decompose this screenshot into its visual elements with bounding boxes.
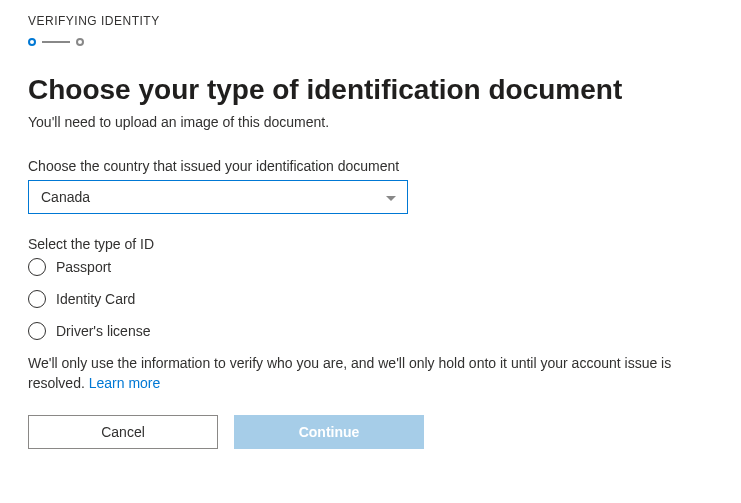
disclaimer-text: We'll only use the information to verify… [28, 354, 713, 393]
cancel-button[interactable]: Cancel [28, 415, 218, 449]
radio-icon [28, 258, 46, 276]
page-subtitle: You'll need to upload an image of this d… [28, 114, 713, 130]
radio-label: Identity Card [56, 291, 135, 307]
button-row: Cancel Continue [28, 415, 713, 449]
progress-stepper [28, 38, 713, 46]
step-label: VERIFYING IDENTITY [28, 14, 713, 28]
step-dot-2 [76, 38, 84, 46]
country-select[interactable]: Canada [28, 180, 408, 214]
radio-label: Passport [56, 259, 111, 275]
country-field-label: Choose the country that issued your iden… [28, 158, 713, 174]
radio-option-drivers-license[interactable]: Driver's license [28, 322, 713, 340]
id-type-label: Select the type of ID [28, 236, 713, 252]
continue-button[interactable]: Continue [234, 415, 424, 449]
radio-icon [28, 290, 46, 308]
id-type-radio-group: Passport Identity Card Driver's license [28, 258, 713, 340]
radio-label: Driver's license [56, 323, 150, 339]
step-connector [42, 41, 70, 43]
country-select-value: Canada [41, 189, 90, 205]
radio-icon [28, 322, 46, 340]
radio-option-identity-card[interactable]: Identity Card [28, 290, 713, 308]
step-dot-1 [28, 38, 36, 46]
page-title: Choose your type of identification docum… [28, 74, 713, 106]
radio-option-passport[interactable]: Passport [28, 258, 713, 276]
learn-more-link[interactable]: Learn more [89, 375, 161, 391]
